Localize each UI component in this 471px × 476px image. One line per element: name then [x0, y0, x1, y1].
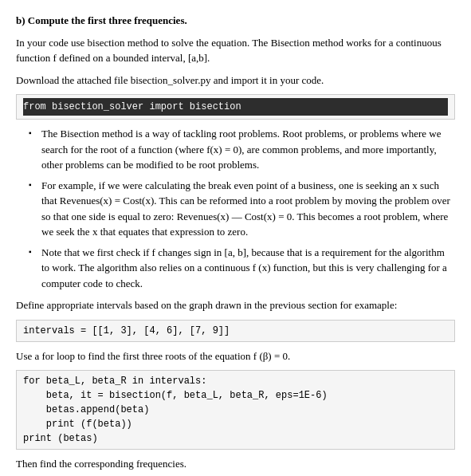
import-code-block: from bisection_solver import bisection — [16, 94, 455, 120]
define-text: Define appropriate intervals based on th… — [16, 297, 455, 313]
intro-paragraph-1: In your code use bisection method to sol… — [16, 35, 455, 66]
bullet-list: The Bisection method is a way of tacklin… — [29, 126, 455, 291]
intro-paragraph-2: Download the attached file bisection_sol… — [16, 73, 455, 89]
intervals-code-block: intervals = [[1, 3], [4, 6], [7, 9]] — [16, 320, 455, 342]
freq-text: Then find the corresponding frequencies. — [16, 456, 455, 472]
import-code-line: from bisection_solver import bisection — [23, 98, 448, 116]
loop-text: Use a for loop to find the first three r… — [16, 348, 455, 364]
bullet-item-2: For example, if we were calculating the … — [29, 178, 455, 240]
loop-code-block: for beta_L, beta_R in intervals: beta, i… — [16, 370, 455, 450]
section-title: b) Compute the first three frequencies. — [16, 13, 455, 29]
loop-code-content: for beta_L, beta_R in intervals: beta, i… — [23, 376, 328, 444]
intervals-code-line: intervals = [[1, 3], [4, 6], [7, 9]] — [23, 325, 230, 336]
bullet-item-3: Note that we first check if f changes si… — [29, 245, 455, 292]
bullet-item-1: The Bisection method is a way of tacklin… — [29, 126, 455, 173]
